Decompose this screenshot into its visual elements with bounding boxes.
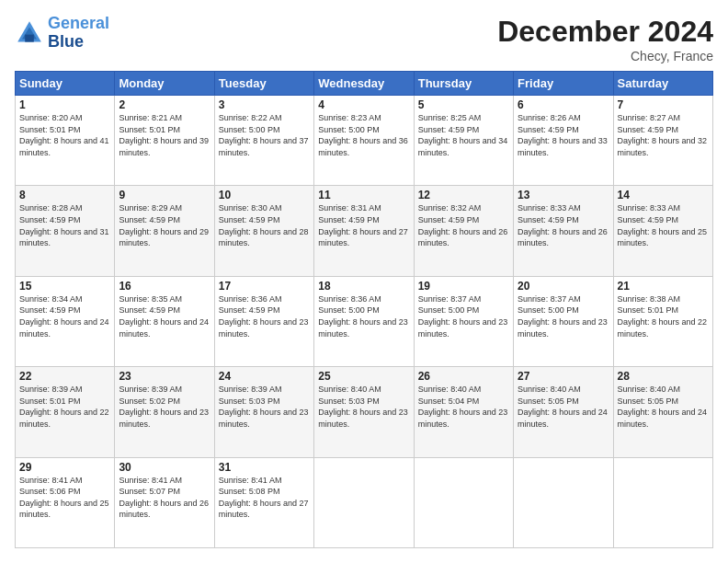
calendar-cell: 9Sunrise: 8:29 AMSunset: 4:59 PMDaylight…: [115, 186, 214, 276]
logo: General Blue: [15, 15, 109, 52]
cell-info: Sunrise: 8:36 AMSunset: 5:00 PMDaylight:…: [318, 293, 409, 339]
day-number: 13: [518, 189, 609, 201]
cell-info: Sunrise: 8:40 AMSunset: 5:05 PMDaylight:…: [618, 384, 709, 430]
day-number: 25: [318, 370, 409, 383]
calendar-header-wednesday: Wednesday: [314, 72, 414, 96]
cell-info: Sunrise: 8:25 AMSunset: 4:59 PMDaylight:…: [418, 112, 509, 158]
day-number: 24: [219, 370, 310, 383]
calendar-cell: 2Sunrise: 8:21 AMSunset: 5:01 PMDaylight…: [115, 96, 214, 186]
calendar-cell: 17Sunrise: 8:36 AMSunset: 4:59 PMDayligh…: [214, 276, 313, 366]
header: General Blue December 2024 Checy, France: [15, 15, 713, 63]
day-number: 1: [19, 98, 110, 111]
cell-info: Sunrise: 8:40 AMSunset: 5:03 PMDaylight:…: [318, 384, 409, 430]
calendar-cell: 29Sunrise: 8:41 AMSunset: 5:06 PMDayligh…: [16, 457, 115, 547]
title-block: December 2024 Checy, France: [497, 15, 713, 63]
day-number: 21: [618, 280, 709, 293]
calendar-header-thursday: Thursday: [414, 72, 513, 96]
day-number: 28: [618, 370, 709, 383]
calendar-cell: 30Sunrise: 8:41 AMSunset: 5:07 PMDayligh…: [115, 457, 214, 547]
cell-info: Sunrise: 8:28 AMSunset: 4:59 PMDaylight:…: [19, 202, 110, 248]
calendar-cell: 20Sunrise: 8:37 AMSunset: 5:00 PMDayligh…: [514, 276, 613, 366]
calendar-cell: 12Sunrise: 8:32 AMSunset: 4:59 PMDayligh…: [414, 186, 513, 276]
calendar-header-tuesday: Tuesday: [214, 72, 313, 96]
day-number: 7: [618, 98, 709, 111]
calendar-cell: 18Sunrise: 8:36 AMSunset: 5:00 PMDayligh…: [314, 276, 414, 366]
calendar-cell: 7Sunrise: 8:27 AMSunset: 4:59 PMDaylight…: [613, 96, 712, 186]
calendar-cell: 31Sunrise: 8:41 AMSunset: 5:08 PMDayligh…: [214, 457, 313, 547]
cell-info: Sunrise: 8:40 AMSunset: 5:04 PMDaylight:…: [418, 384, 509, 430]
page: General Blue December 2024 Checy, France…: [0, 0, 728, 563]
month-title: December 2024: [497, 15, 713, 49]
cell-info: Sunrise: 8:34 AMSunset: 4:59 PMDaylight:…: [19, 293, 110, 339]
calendar-header-saturday: Saturday: [613, 72, 712, 96]
day-number: 18: [318, 280, 409, 293]
calendar-cell: 4Sunrise: 8:23 AMSunset: 5:00 PMDaylight…: [314, 96, 414, 186]
day-number: 2: [119, 98, 210, 111]
cell-info: Sunrise: 8:20 AMSunset: 5:01 PMDaylight:…: [19, 112, 110, 158]
day-number: 11: [318, 189, 409, 201]
calendar-cell: 6Sunrise: 8:26 AMSunset: 4:59 PMDaylight…: [514, 96, 613, 186]
calendar-cell: [314, 457, 414, 547]
calendar-cell: 3Sunrise: 8:22 AMSunset: 5:00 PMDaylight…: [214, 96, 313, 186]
cell-info: Sunrise: 8:41 AMSunset: 5:08 PMDaylight:…: [219, 475, 310, 521]
calendar-cell: [514, 457, 613, 547]
calendar-cell: 21Sunrise: 8:38 AMSunset: 5:01 PMDayligh…: [613, 276, 712, 366]
calendar-cell: [414, 457, 513, 547]
calendar-cell: 8Sunrise: 8:28 AMSunset: 4:59 PMDaylight…: [16, 186, 115, 276]
day-number: 8: [19, 189, 110, 201]
calendar-cell: [613, 457, 712, 547]
calendar-week-2: 8Sunrise: 8:28 AMSunset: 4:59 PMDaylight…: [16, 186, 713, 276]
cell-info: Sunrise: 8:36 AMSunset: 4:59 PMDaylight:…: [219, 293, 310, 339]
cell-info: Sunrise: 8:39 AMSunset: 5:03 PMDaylight:…: [219, 384, 310, 430]
calendar-cell: 25Sunrise: 8:40 AMSunset: 5:03 PMDayligh…: [314, 367, 414, 457]
cell-info: Sunrise: 8:37 AMSunset: 5:00 PMDaylight:…: [418, 293, 509, 339]
calendar: SundayMondayTuesdayWednesdayThursdayFrid…: [15, 71, 713, 548]
cell-info: Sunrise: 8:41 AMSunset: 5:07 PMDaylight:…: [119, 475, 210, 521]
day-number: 23: [119, 370, 210, 383]
calendar-header-row: SundayMondayTuesdayWednesdayThursdayFrid…: [16, 72, 713, 96]
cell-info: Sunrise: 8:37 AMSunset: 5:00 PMDaylight:…: [518, 293, 609, 339]
cell-info: Sunrise: 8:30 AMSunset: 4:59 PMDaylight:…: [219, 202, 310, 248]
calendar-cell: 19Sunrise: 8:37 AMSunset: 5:00 PMDayligh…: [414, 276, 513, 366]
day-number: 3: [219, 98, 310, 111]
cell-info: Sunrise: 8:23 AMSunset: 5:00 PMDaylight:…: [318, 112, 409, 158]
day-number: 5: [418, 98, 509, 111]
cell-info: Sunrise: 8:29 AMSunset: 4:59 PMDaylight:…: [119, 202, 210, 248]
cell-info: Sunrise: 8:27 AMSunset: 4:59 PMDaylight:…: [618, 112, 709, 158]
cell-info: Sunrise: 8:35 AMSunset: 4:59 PMDaylight:…: [119, 293, 210, 339]
calendar-cell: 23Sunrise: 8:39 AMSunset: 5:02 PMDayligh…: [115, 367, 214, 457]
calendar-cell: 5Sunrise: 8:25 AMSunset: 4:59 PMDaylight…: [414, 96, 513, 186]
logo-text: General Blue: [48, 15, 109, 52]
day-number: 20: [518, 280, 609, 293]
day-number: 29: [19, 461, 110, 474]
day-number: 10: [219, 189, 310, 201]
cell-info: Sunrise: 8:33 AMSunset: 4:59 PMDaylight:…: [618, 202, 709, 248]
day-number: 15: [19, 280, 110, 293]
day-number: 30: [119, 461, 210, 474]
calendar-week-5: 29Sunrise: 8:41 AMSunset: 5:06 PMDayligh…: [16, 457, 713, 547]
cell-info: Sunrise: 8:41 AMSunset: 5:06 PMDaylight:…: [19, 475, 110, 521]
day-number: 9: [119, 189, 210, 201]
location: Checy, France: [497, 49, 713, 63]
calendar-cell: 11Sunrise: 8:31 AMSunset: 4:59 PMDayligh…: [314, 186, 414, 276]
day-number: 27: [518, 370, 609, 383]
svg-rect-2: [25, 34, 34, 41]
calendar-cell: 13Sunrise: 8:33 AMSunset: 4:59 PMDayligh…: [514, 186, 613, 276]
calendar-cell: 26Sunrise: 8:40 AMSunset: 5:04 PMDayligh…: [414, 367, 513, 457]
day-number: 17: [219, 280, 310, 293]
cell-info: Sunrise: 8:26 AMSunset: 4:59 PMDaylight:…: [518, 112, 609, 158]
day-number: 31: [219, 461, 310, 474]
calendar-cell: 28Sunrise: 8:40 AMSunset: 5:05 PMDayligh…: [613, 367, 712, 457]
day-number: 16: [119, 280, 210, 293]
cell-info: Sunrise: 8:21 AMSunset: 5:01 PMDaylight:…: [119, 112, 210, 158]
cell-info: Sunrise: 8:22 AMSunset: 5:00 PMDaylight:…: [219, 112, 310, 158]
calendar-cell: 24Sunrise: 8:39 AMSunset: 5:03 PMDayligh…: [214, 367, 313, 457]
logo-icon: [15, 18, 44, 48]
calendar-week-3: 15Sunrise: 8:34 AMSunset: 4:59 PMDayligh…: [16, 276, 713, 366]
cell-info: Sunrise: 8:39 AMSunset: 5:02 PMDaylight:…: [119, 384, 210, 430]
day-number: 6: [518, 98, 609, 111]
calendar-header-friday: Friday: [514, 72, 613, 96]
calendar-cell: 27Sunrise: 8:40 AMSunset: 5:05 PMDayligh…: [514, 367, 613, 457]
cell-info: Sunrise: 8:39 AMSunset: 5:01 PMDaylight:…: [19, 384, 110, 430]
calendar-week-4: 22Sunrise: 8:39 AMSunset: 5:01 PMDayligh…: [16, 367, 713, 457]
